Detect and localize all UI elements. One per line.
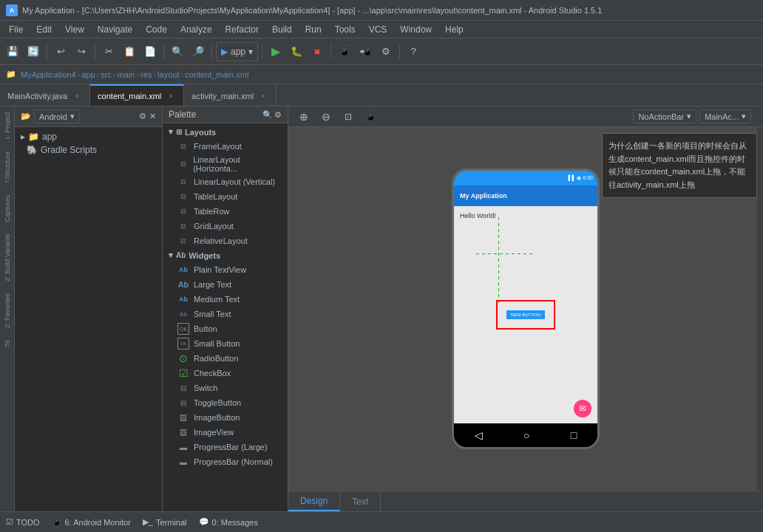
tab-mainactivity[interactable]: MainActivity.java × (0, 84, 90, 106)
menu-file[interactable]: File (3, 23, 29, 36)
nav-recent-icon[interactable]: □ (571, 429, 577, 441)
run-btn[interactable]: ▶ (266, 42, 285, 61)
design-zoom-out-btn[interactable]: ⊖ (316, 107, 336, 126)
menu-window[interactable]: Window (394, 23, 438, 36)
toolbar-undo-btn[interactable]: ↩ (51, 42, 70, 61)
android-dropdown[interactable]: Android ▾ (34, 109, 80, 123)
no-action-bar-dropdown[interactable]: NoActionBar ▾ (633, 109, 696, 123)
menu-vcs[interactable]: VCS (363, 23, 393, 36)
stop-btn[interactable]: ■ (308, 42, 327, 61)
toolbar-paste-btn[interactable]: 📄 (140, 42, 160, 61)
path-main[interactable]: main (118, 70, 135, 79)
menu-refactor[interactable]: Refactor (220, 23, 265, 36)
panel-close-icon[interactable]: ✕ (149, 112, 156, 121)
palette-item-button[interactable]: OK Button (163, 321, 288, 336)
palette-item-checkbox[interactable]: ☑ CheckBox (163, 366, 288, 381)
tree-item-app[interactable]: ▸ 📁 app (15, 130, 162, 143)
toolbar-search-btn[interactable]: 🔍 (168, 42, 187, 61)
palette-item-togglebutton[interactable]: ⊟ ToggleButton (163, 395, 288, 410)
palette-item-small-button[interactable]: OK Small Button (163, 336, 288, 351)
76-sidebar-tab[interactable]: 76 (2, 334, 13, 353)
tab-content-main[interactable]: content_main.xml × (90, 84, 184, 106)
palette-item-framelayout[interactable]: ⊟ FrameLayout (163, 139, 288, 154)
palette-item-switch[interactable]: ⊟ Switch (163, 381, 288, 395)
help-btn[interactable]: ? (404, 42, 423, 61)
tab-mainactivity-close[interactable]: × (72, 91, 82, 101)
menu-analyze[interactable]: Analyze (174, 23, 218, 36)
menu-run[interactable]: Run (299, 23, 328, 36)
design-fit-btn[interactable]: ⊡ (339, 107, 358, 126)
app-dropdown[interactable]: ▶ app ▾ (216, 42, 258, 61)
captures-sidebar-tab[interactable]: Captures (2, 189, 13, 228)
palette-item-imageview[interactable]: 🖼 ImageView (163, 425, 288, 440)
tab-design[interactable]: Design (288, 491, 340, 511)
path-src[interactable]: src (101, 70, 112, 79)
palette-item-tablelayout[interactable]: ⊟ TableLayout (163, 189, 288, 204)
path-content-main[interactable]: content_main.xml (185, 70, 248, 79)
palette-item-tablerow[interactable]: ⊟ TableRow (163, 204, 288, 219)
status-terminal[interactable]: ▶_ Terminal (143, 517, 187, 527)
toolbar-cut-btn[interactable]: ✂ (99, 42, 118, 61)
path-res[interactable]: res (140, 70, 152, 79)
design-zoom-in-btn[interactable]: ⊕ (294, 107, 313, 126)
menu-navigate[interactable]: Navigate (92, 23, 138, 36)
palette-item-relativelayout[interactable]: ⊟ RelativeLayout (163, 233, 288, 248)
palette-item-medium-text[interactable]: Ab Medium Text (163, 292, 288, 307)
status-android-monitor[interactable]: 📱 6: Android Monitor (52, 517, 131, 527)
palette-section-layouts[interactable]: ▾ ⊞ Layouts (163, 125, 288, 139)
design-phone-btn[interactable]: 📱 (361, 107, 380, 126)
debug-btn[interactable]: 🐛 (287, 42, 306, 61)
avd-btn[interactable]: 📲 (356, 42, 375, 61)
tab-activity-main[interactable]: activity_main.xml × (184, 84, 277, 106)
palette-item-plain-textview[interactable]: Ab Plain TextView (163, 262, 288, 277)
palette-section-widgets[interactable]: ▾ Ab Widgets (163, 248, 288, 262)
status-messages[interactable]: 💬 0: Messages (199, 517, 258, 527)
palette-settings-icon[interactable]: ⚙ (274, 110, 282, 120)
palette-item-gridlayout[interactable]: ⊟ GridLayout (163, 219, 288, 233)
tab-activity-main-close[interactable]: × (258, 91, 268, 101)
tab-mainactivity-label: MainActivity.java (7, 92, 67, 100)
menu-tools[interactable]: Tools (329, 23, 362, 36)
menu-help[interactable]: Help (439, 23, 469, 36)
design-scrollbar[interactable] (757, 127, 763, 491)
menu-view[interactable]: View (59, 23, 90, 36)
palette-item-progressbar-normal[interactable]: ▬ ProgressBar (Normal) (163, 454, 288, 469)
nav-back-icon[interactable]: ◁ (475, 429, 483, 441)
toolbar-copy-btn[interactable]: 📋 (120, 42, 139, 61)
sdk-btn[interactable]: 📱 (335, 42, 354, 61)
palette-item-progressbar-large[interactable]: ▬ ProgressBar (Large) (163, 440, 288, 454)
palette-item-imagebutton[interactable]: 🖼 ImageButton (163, 410, 288, 425)
favorites-sidebar-tab[interactable]: 2: Favorites (2, 287, 13, 334)
toolbar-replace-btn[interactable]: 🔎 (189, 42, 208, 61)
menu-code[interactable]: Code (140, 23, 173, 36)
menu-build[interactable]: Build (266, 23, 298, 36)
tab-text[interactable]: Text (340, 491, 381, 511)
toolbar-redo-btn[interactable]: ↪ (72, 42, 91, 61)
structure-sidebar-tab[interactable]: 7:Structure (2, 146, 13, 189)
palette-item-radiobutton[interactable]: ⊙ RadioButton (163, 351, 288, 366)
toolbar-save-btn[interactable]: 💾 (3, 42, 22, 61)
palette-item-linearlayout-h[interactable]: ⊟ LinearLayout (Horizonta... (163, 154, 288, 174)
status-todo[interactable]: ☑ TODO (6, 517, 40, 527)
new-button-widget[interactable]: NEW BUTTON (506, 310, 545, 319)
build-variants-sidebar-tab[interactable]: 2: Build Variants (2, 228, 13, 287)
path-layout[interactable]: layout (157, 70, 179, 79)
palette-search-icon[interactable]: 🔍 (262, 110, 273, 120)
toolbar-sep-2 (95, 44, 95, 59)
path-myapplication4[interactable]: MyApplication4 (21, 70, 76, 79)
project-sidebar-tab[interactable]: 1:Project (2, 106, 13, 146)
palette-item-small-text[interactable]: Ab Small Text (163, 307, 288, 321)
tree-item-gradle[interactable]: 🐘 Gradle Scripts (15, 143, 162, 157)
menu-edit[interactable]: Edit (30, 23, 58, 36)
tab-content-main-close[interactable]: × (166, 91, 176, 101)
fab-button[interactable]: ✉ (574, 400, 591, 417)
path-app[interactable]: app (81, 70, 95, 79)
menu-bar: File Edit View Navigate Code Analyze Ref… (0, 21, 763, 38)
main-activity-dropdown[interactable]: MainAc... ▾ (699, 109, 751, 123)
nav-home-icon[interactable]: ○ (523, 429, 529, 441)
settings-btn[interactable]: ⚙ (376, 42, 396, 61)
palette-item-linearlayout-v[interactable]: ⊟ LinearLayout (Vertical) (163, 174, 288, 189)
toolbar-sync-btn[interactable]: 🔄 (24, 42, 43, 61)
panel-settings-icon[interactable]: ⚙ (139, 112, 146, 121)
palette-item-large-text[interactable]: Ab Large Text (163, 277, 288, 292)
